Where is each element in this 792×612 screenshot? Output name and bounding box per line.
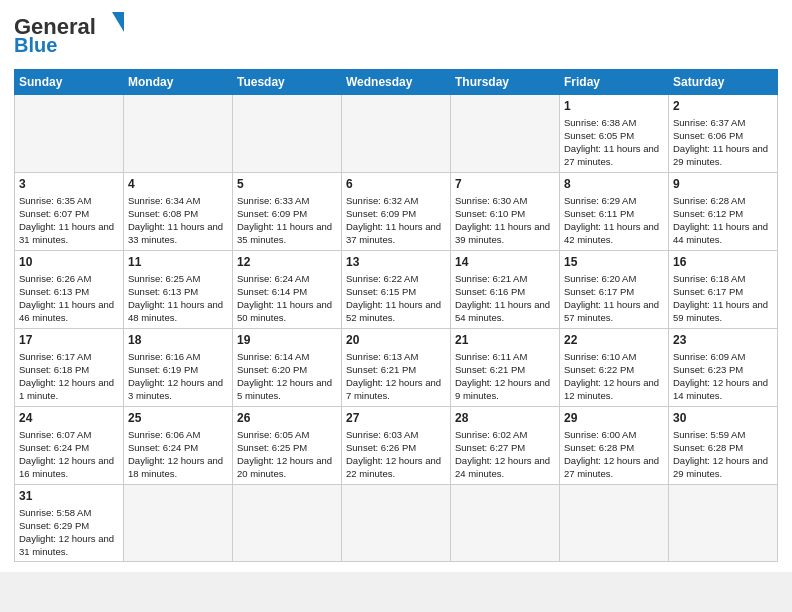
- calendar-cell: 11Sunrise: 6:25 AM Sunset: 6:13 PM Dayli…: [124, 251, 233, 329]
- calendar-week-row: 17Sunrise: 6:17 AM Sunset: 6:18 PM Dayli…: [15, 329, 778, 407]
- day-number: 18: [128, 332, 228, 349]
- calendar-cell: 5Sunrise: 6:33 AM Sunset: 6:09 PM Daylig…: [233, 173, 342, 251]
- calendar-cell: [15, 95, 124, 173]
- day-number: 19: [237, 332, 337, 349]
- calendar-table: Sunday Monday Tuesday Wednesday Thursday…: [14, 69, 778, 562]
- calendar-cell: 10Sunrise: 6:26 AM Sunset: 6:13 PM Dayli…: [15, 251, 124, 329]
- day-info: Sunrise: 6:33 AM Sunset: 6:09 PM Dayligh…: [237, 194, 337, 246]
- col-monday: Monday: [124, 70, 233, 95]
- calendar-cell: 15Sunrise: 6:20 AM Sunset: 6:17 PM Dayli…: [560, 251, 669, 329]
- calendar-cell: [233, 485, 342, 562]
- day-number: 14: [455, 254, 555, 271]
- calendar-cell: [451, 485, 560, 562]
- day-number: 4: [128, 176, 228, 193]
- calendar-cell: 31Sunrise: 5:58 AM Sunset: 6:29 PM Dayli…: [15, 485, 124, 562]
- day-info: Sunrise: 6:28 AM Sunset: 6:12 PM Dayligh…: [673, 194, 773, 246]
- logo-full-svg: General Blue: [14, 12, 124, 57]
- day-info: Sunrise: 6:30 AM Sunset: 6:10 PM Dayligh…: [455, 194, 555, 246]
- logo-blue-text: Blue: [14, 34, 57, 56]
- day-number: 17: [19, 332, 119, 349]
- day-number: 16: [673, 254, 773, 271]
- calendar-cell: [124, 485, 233, 562]
- calendar-page: General Blue Sunday Monday Tuesday Wedne…: [0, 0, 792, 572]
- day-number: 1: [564, 98, 664, 115]
- calendar-cell: [342, 95, 451, 173]
- day-number: 31: [19, 488, 119, 505]
- calendar-cell: 16Sunrise: 6:18 AM Sunset: 6:17 PM Dayli…: [669, 251, 778, 329]
- calendar-week-row: 1Sunrise: 6:38 AM Sunset: 6:05 PM Daylig…: [15, 95, 778, 173]
- day-number: 5: [237, 176, 337, 193]
- day-number: 20: [346, 332, 446, 349]
- day-info: Sunrise: 6:13 AM Sunset: 6:21 PM Dayligh…: [346, 350, 446, 402]
- day-number: 24: [19, 410, 119, 427]
- day-number: 25: [128, 410, 228, 427]
- calendar-cell: 1Sunrise: 6:38 AM Sunset: 6:05 PM Daylig…: [560, 95, 669, 173]
- col-tuesday: Tuesday: [233, 70, 342, 95]
- calendar-cell: 28Sunrise: 6:02 AM Sunset: 6:27 PM Dayli…: [451, 407, 560, 485]
- day-number: 15: [564, 254, 664, 271]
- day-number: 13: [346, 254, 446, 271]
- day-info: Sunrise: 6:16 AM Sunset: 6:19 PM Dayligh…: [128, 350, 228, 402]
- day-number: 11: [128, 254, 228, 271]
- calendar-cell: 22Sunrise: 6:10 AM Sunset: 6:22 PM Dayli…: [560, 329, 669, 407]
- day-number: 28: [455, 410, 555, 427]
- calendar-cell: 29Sunrise: 6:00 AM Sunset: 6:28 PM Dayli…: [560, 407, 669, 485]
- day-number: 23: [673, 332, 773, 349]
- calendar-cell: [342, 485, 451, 562]
- calendar-cell: 12Sunrise: 6:24 AM Sunset: 6:14 PM Dayli…: [233, 251, 342, 329]
- calendar-cell: 4Sunrise: 6:34 AM Sunset: 6:08 PM Daylig…: [124, 173, 233, 251]
- col-friday: Friday: [560, 70, 669, 95]
- calendar-cell: [669, 485, 778, 562]
- day-info: Sunrise: 6:09 AM Sunset: 6:23 PM Dayligh…: [673, 350, 773, 402]
- calendar-cell: 18Sunrise: 6:16 AM Sunset: 6:19 PM Dayli…: [124, 329, 233, 407]
- day-info: Sunrise: 6:02 AM Sunset: 6:27 PM Dayligh…: [455, 428, 555, 480]
- calendar-week-row: 24Sunrise: 6:07 AM Sunset: 6:24 PM Dayli…: [15, 407, 778, 485]
- calendar-cell: 26Sunrise: 6:05 AM Sunset: 6:25 PM Dayli…: [233, 407, 342, 485]
- day-info: Sunrise: 6:35 AM Sunset: 6:07 PM Dayligh…: [19, 194, 119, 246]
- calendar-header-row: Sunday Monday Tuesday Wednesday Thursday…: [15, 70, 778, 95]
- day-info: Sunrise: 6:17 AM Sunset: 6:18 PM Dayligh…: [19, 350, 119, 402]
- calendar-week-row: 10Sunrise: 6:26 AM Sunset: 6:13 PM Dayli…: [15, 251, 778, 329]
- day-info: Sunrise: 6:25 AM Sunset: 6:13 PM Dayligh…: [128, 272, 228, 324]
- day-info: Sunrise: 6:06 AM Sunset: 6:24 PM Dayligh…: [128, 428, 228, 480]
- calendar-cell: 27Sunrise: 6:03 AM Sunset: 6:26 PM Dayli…: [342, 407, 451, 485]
- logo: General Blue: [14, 12, 132, 61]
- calendar-cell: 8Sunrise: 6:29 AM Sunset: 6:11 PM Daylig…: [560, 173, 669, 251]
- calendar-cell: [124, 95, 233, 173]
- col-sunday: Sunday: [15, 70, 124, 95]
- col-thursday: Thursday: [451, 70, 560, 95]
- day-info: Sunrise: 6:00 AM Sunset: 6:28 PM Dayligh…: [564, 428, 664, 480]
- calendar-cell: 24Sunrise: 6:07 AM Sunset: 6:24 PM Dayli…: [15, 407, 124, 485]
- header: General Blue: [14, 12, 778, 61]
- calendar-cell: 30Sunrise: 5:59 AM Sunset: 6:28 PM Dayli…: [669, 407, 778, 485]
- day-number: 10: [19, 254, 119, 271]
- day-info: Sunrise: 6:20 AM Sunset: 6:17 PM Dayligh…: [564, 272, 664, 324]
- calendar-cell: 14Sunrise: 6:21 AM Sunset: 6:16 PM Dayli…: [451, 251, 560, 329]
- day-info: Sunrise: 6:21 AM Sunset: 6:16 PM Dayligh…: [455, 272, 555, 324]
- day-info: Sunrise: 6:14 AM Sunset: 6:20 PM Dayligh…: [237, 350, 337, 402]
- day-info: Sunrise: 6:32 AM Sunset: 6:09 PM Dayligh…: [346, 194, 446, 246]
- calendar-cell: 9Sunrise: 6:28 AM Sunset: 6:12 PM Daylig…: [669, 173, 778, 251]
- day-info: Sunrise: 5:59 AM Sunset: 6:28 PM Dayligh…: [673, 428, 773, 480]
- col-wednesday: Wednesday: [342, 70, 451, 95]
- day-info: Sunrise: 6:10 AM Sunset: 6:22 PM Dayligh…: [564, 350, 664, 402]
- day-info: Sunrise: 6:18 AM Sunset: 6:17 PM Dayligh…: [673, 272, 773, 324]
- calendar-cell: 3Sunrise: 6:35 AM Sunset: 6:07 PM Daylig…: [15, 173, 124, 251]
- calendar-cell: [233, 95, 342, 173]
- day-number: 27: [346, 410, 446, 427]
- day-number: 26: [237, 410, 337, 427]
- calendar-cell: 23Sunrise: 6:09 AM Sunset: 6:23 PM Dayli…: [669, 329, 778, 407]
- logo-arrow: [112, 12, 124, 32]
- day-number: 30: [673, 410, 773, 427]
- day-number: 9: [673, 176, 773, 193]
- day-number: 3: [19, 176, 119, 193]
- calendar-cell: 17Sunrise: 6:17 AM Sunset: 6:18 PM Dayli…: [15, 329, 124, 407]
- day-number: 21: [455, 332, 555, 349]
- col-saturday: Saturday: [669, 70, 778, 95]
- day-number: 12: [237, 254, 337, 271]
- calendar-cell: [560, 485, 669, 562]
- day-info: Sunrise: 6:29 AM Sunset: 6:11 PM Dayligh…: [564, 194, 664, 246]
- day-info: Sunrise: 6:05 AM Sunset: 6:25 PM Dayligh…: [237, 428, 337, 480]
- day-number: 7: [455, 176, 555, 193]
- calendar-cell: 25Sunrise: 6:06 AM Sunset: 6:24 PM Dayli…: [124, 407, 233, 485]
